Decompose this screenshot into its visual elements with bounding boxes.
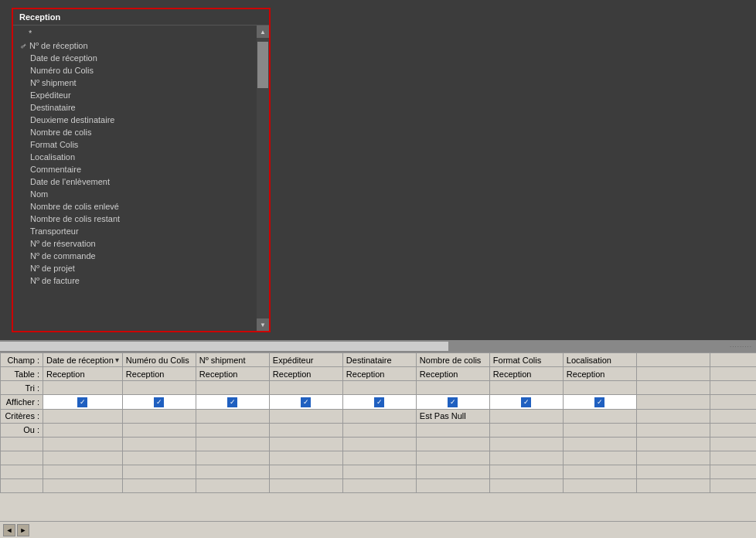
champ-cell[interactable]: Expéditeur — [269, 353, 342, 367]
criteres-cell[interactable] — [563, 409, 636, 423]
field-list-item[interactable]: Date de l'enlèvement — [13, 175, 257, 188]
extra-empty-cell[interactable] — [563, 451, 636, 465]
afficher-cell[interactable]: ✓ — [269, 395, 342, 410]
extra-empty-cell[interactable] — [122, 478, 196, 492]
extra-empty-cell[interactable] — [342, 437, 416, 451]
next-button[interactable]: ► — [17, 524, 29, 536]
criteres-cell[interactable] — [43, 409, 123, 423]
extra-empty-cell[interactable] — [710, 451, 756, 465]
tri-cell[interactable] — [122, 381, 196, 395]
extra-empty-cell[interactable] — [269, 465, 342, 478]
field-list[interactable]: *⚷Nº de réceptionDate de réceptionNuméro… — [13, 27, 257, 287]
checkbox-checked[interactable]: ✓ — [301, 397, 311, 407]
ou-cell[interactable] — [269, 423, 342, 437]
empty-tri-cell[interactable] — [636, 381, 710, 395]
extra-empty-cell[interactable] — [710, 478, 756, 492]
dropdown-list[interactable]: *⚷Nº de réceptionDate de réceptionNuméro… — [13, 26, 257, 331]
extra-empty-cell[interactable] — [122, 451, 196, 465]
field-list-item[interactable]: ⚷Nº de réception — [13, 39, 257, 52]
ou-cell[interactable] — [196, 423, 269, 437]
criteres-cell[interactable] — [196, 409, 269, 423]
empty-champ-cell[interactable] — [636, 353, 710, 367]
extra-empty-cell[interactable] — [122, 465, 196, 478]
afficher-cell[interactable]: ✓ — [489, 395, 563, 410]
extra-empty-cell[interactable] — [563, 465, 636, 478]
extra-empty-cell[interactable] — [269, 437, 342, 451]
criteres-cell[interactable] — [269, 409, 342, 423]
field-list-item[interactable]: Format Colis — [13, 138, 257, 151]
ou-cell[interactable] — [43, 423, 123, 437]
prev-button[interactable]: ◄ — [3, 524, 15, 536]
extra-empty-cell[interactable] — [636, 478, 710, 492]
tri-cell[interactable] — [342, 381, 416, 395]
scroll-thumb[interactable] — [257, 42, 268, 88]
extra-empty-cell[interactable] — [269, 451, 342, 465]
extra-empty-cell[interactable] — [342, 465, 416, 478]
horizontal-scrollbar[interactable]: ········· — [0, 340, 756, 352]
field-list-item[interactable]: Expéditeur — [13, 89, 257, 101]
extra-empty-cell[interactable] — [563, 478, 636, 492]
field-list-item[interactable]: Nº de réservation — [13, 237, 257, 250]
extra-empty-cell[interactable] — [636, 465, 710, 478]
champ-cell[interactable]: Destinataire — [342, 353, 416, 367]
extra-empty-cell[interactable] — [489, 465, 563, 478]
tri-cell[interactable] — [269, 381, 342, 395]
field-list-item[interactable]: Nº de facture — [13, 274, 257, 287]
field-list-item[interactable]: Localisation — [13, 151, 257, 163]
tri-cell[interactable] — [416, 381, 489, 395]
field-list-item[interactable]: Nº shipment — [13, 77, 257, 89]
afficher-cell[interactable]: ✓ — [416, 395, 489, 410]
checkbox-checked[interactable]: ✓ — [521, 397, 531, 407]
tri-cell[interactable] — [489, 381, 563, 395]
afficher-cell[interactable]: ✓ — [43, 395, 123, 410]
champ-cell[interactable]: Format Colis — [489, 353, 563, 367]
checkbox-checked[interactable]: ✓ — [448, 397, 458, 407]
ou-cell[interactable] — [563, 423, 636, 437]
empty-criteres-cell[interactable] — [710, 409, 756, 423]
extra-empty-cell[interactable] — [489, 437, 563, 451]
tri-cell[interactable] — [43, 381, 123, 395]
field-list-item[interactable]: Destinataire — [13, 101, 257, 114]
field-list-item[interactable]: Nom — [13, 188, 257, 200]
field-list-item[interactable]: Transporteur — [13, 225, 257, 237]
checkbox-checked[interactable]: ✓ — [154, 397, 164, 407]
extra-empty-cell[interactable] — [710, 465, 756, 478]
empty-ou-cell[interactable] — [710, 423, 756, 437]
criteres-cell[interactable] — [342, 409, 416, 423]
extra-empty-cell[interactable] — [636, 437, 710, 451]
ou-cell[interactable] — [342, 423, 416, 437]
scroll-down-button[interactable]: ▼ — [257, 318, 269, 331]
scroll-up-button[interactable]: ▲ — [257, 26, 269, 38]
extra-empty-cell[interactable] — [269, 478, 342, 492]
afficher-cell[interactable]: ✓ — [196, 395, 269, 410]
vertical-scrollbar[interactable]: ▲ ▼ — [257, 26, 269, 331]
checkbox-checked[interactable]: ✓ — [374, 397, 384, 407]
empty-afficher-cell[interactable] — [710, 395, 756, 410]
h-scroll-thumb[interactable] — [0, 342, 448, 351]
afficher-cell[interactable]: ✓ — [342, 395, 416, 410]
checkbox-checked[interactable]: ✓ — [77, 397, 87, 407]
champ-cell[interactable]: Date de réception▾ — [43, 353, 123, 367]
extra-empty-cell[interactable] — [563, 437, 636, 451]
extra-empty-cell[interactable] — [416, 437, 489, 451]
champ-cell[interactable]: Numéro du Colis — [122, 353, 196, 367]
extra-empty-cell[interactable] — [196, 465, 269, 478]
field-list-item[interactable]: Nº de projet — [13, 262, 257, 274]
tri-cell[interactable] — [196, 381, 269, 395]
field-list-item[interactable]: * — [13, 27, 257, 39]
extra-empty-cell[interactable] — [342, 451, 416, 465]
extra-empty-cell[interactable] — [196, 437, 269, 451]
extra-empty-cell[interactable] — [636, 451, 710, 465]
empty-ou-cell[interactable] — [636, 423, 710, 437]
extra-empty-cell[interactable] — [43, 451, 123, 465]
criteres-cell[interactable] — [489, 409, 563, 423]
ou-cell[interactable] — [122, 423, 196, 437]
field-list-item[interactable]: Nº de commande — [13, 250, 257, 262]
extra-empty-cell[interactable] — [122, 437, 196, 451]
checkbox-checked[interactable]: ✓ — [227, 397, 237, 407]
criteres-cell[interactable] — [122, 409, 196, 423]
extra-empty-cell[interactable] — [196, 451, 269, 465]
empty-afficher-cell[interactable] — [636, 395, 710, 410]
extra-empty-cell[interactable] — [416, 451, 489, 465]
tri-cell[interactable] — [563, 381, 636, 395]
